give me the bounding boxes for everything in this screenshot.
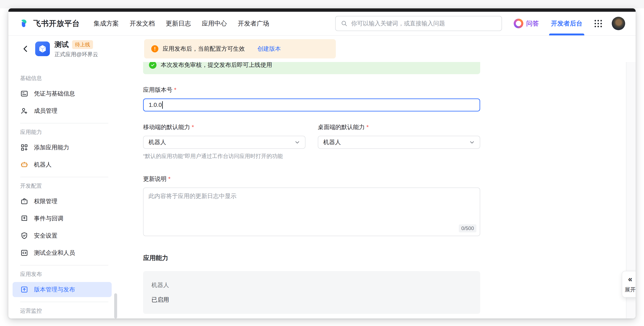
console-label: 开发者后台 (551, 20, 582, 27)
sidebar-section-capabilities: 应用能力 (20, 128, 112, 136)
notice-text: 本次发布免审核，提交发布后即可上线使用 (161, 62, 272, 69)
sidebar-item-events-callbacks[interactable]: 事件与回调 (12, 211, 112, 226)
nav-item-docs[interactable]: 开发文档 (130, 19, 155, 28)
right-panel-rail: « 展开 (626, 62, 636, 318)
version-value: 1.0.0 (149, 102, 162, 108)
sidebar-divider (20, 265, 108, 266)
desktop-capability-label: 桌面端的默认能力* (318, 123, 480, 131)
search-input[interactable] (351, 20, 496, 27)
sidebar-item-security[interactable]: 安全设置 (12, 228, 112, 243)
app-icon (35, 42, 50, 56)
cube-icon (38, 44, 47, 54)
warning-icon: ! (151, 45, 158, 52)
mobile-capability-label: 移动端的默认能力* (143, 123, 306, 131)
global-search[interactable] (335, 16, 502, 31)
sidebar-section-dev-config: 开发配置 (20, 182, 112, 190)
required-mark: * (174, 86, 176, 93)
version-input[interactable]: 1.0.0 (143, 98, 480, 112)
sidebar-section-monitoring: 运营监控 (20, 307, 112, 314)
sidebar-item-credentials[interactable]: 凭证与基础信息 (12, 86, 112, 101)
version-label: 应用版本号* (143, 86, 480, 94)
check-icon (149, 62, 156, 69)
sidebar-section-publish: 应用发布 (20, 270, 112, 278)
feishu-logo-icon (20, 18, 30, 29)
avatar[interactable] (612, 17, 625, 30)
active-tab-indicator (549, 34, 584, 36)
update-note-label: 更新说明* (143, 175, 480, 183)
top-navbar: 飞书开放平台 集成方案 开发文档 更新日志 应用中心 开发者广场 问答 开发者后… (8, 12, 636, 36)
capability-hint: “默认的应用功能”即用户通过工作台访问应用时打开的功能 (143, 152, 480, 160)
back-chevron-icon (21, 45, 30, 53)
create-version-link[interactable]: 创建版本 (257, 45, 281, 53)
app-grid-icon[interactable] (594, 19, 602, 28)
status-badge: 待上线 (72, 40, 93, 49)
back-button[interactable] (21, 44, 30, 54)
app-capability-heading: 应用能力 (143, 254, 480, 262)
nav-item-integration[interactable]: 集成方案 (94, 19, 119, 28)
desktop-capability-value: 机器人 (323, 138, 341, 146)
sidebar-item-bot[interactable]: 机器人 (12, 157, 112, 172)
nav-item-app-center[interactable]: 应用中心 (202, 19, 227, 28)
nav-item-dev-plaza[interactable]: 开发者广场 (238, 19, 269, 28)
sidebar-divider (20, 302, 108, 302)
capability-name: 机器人 (152, 281, 472, 289)
qa-link[interactable]: 问答 (514, 19, 539, 28)
success-notice-banner: 本次发布免审核，提交发布后即可上线使用 (143, 62, 480, 74)
chevron-down-icon (294, 139, 300, 146)
grid-add-icon (20, 143, 28, 152)
desktop-capability-select[interactable]: 机器人 (318, 136, 480, 149)
sidebar-item-add-capability[interactable]: 添加应用能力 (12, 140, 112, 155)
expand-panel-button[interactable]: « 展开 (622, 271, 636, 298)
warning-text: 应用发布后，当前配置方可生效 (162, 45, 245, 53)
sidebar-item-version-publish[interactable]: 版本管理与发布 (12, 282, 112, 297)
app-capability-card: 机器人 已启用 (143, 271, 480, 314)
sidebar-section-basic-info: 基础信息 (20, 74, 112, 82)
user-add-icon (20, 107, 28, 115)
sidebar-item-permissions[interactable]: 权限管理 (12, 194, 112, 209)
app-subtitle: 正式应用@环界云 (54, 51, 98, 58)
search-icon (341, 20, 348, 27)
publish-warning-banner: ! 应用发布后，当前配置方可生效 创建版本 (144, 39, 336, 58)
navbar-right: 问答 开发者后台 (335, 12, 625, 35)
event-callback-icon (20, 214, 28, 223)
logo-text: 飞书开放平台 (33, 18, 80, 29)
developer-console-tab[interactable]: 开发者后台 (550, 12, 584, 35)
chevron-down-icon (469, 139, 475, 146)
briefcase-icon (20, 197, 28, 206)
expand-label: 展开 (622, 286, 636, 293)
main-content: 本次发布免审核，提交发布后即可上线使用 应用版本号* 1.0.0 移动端的默认能… (112, 62, 626, 318)
nav-item-changelog[interactable]: 更新日志 (166, 19, 191, 28)
sidebar: 基础信息 凭证与基础信息 成员管理 应用能力 添加应用能力 (8, 62, 112, 318)
double-chevron-left-icon: « (622, 276, 636, 283)
update-note-textarea[interactable] (144, 188, 480, 236)
robot-icon (20, 160, 28, 169)
window-titlebar (8, 8, 636, 12)
code-box-icon (20, 249, 28, 257)
app-header: 测试 待上线 正式应用@环界云 ! 应用发布后，当前配置方可生效 创建版本 (8, 36, 636, 62)
char-counter: 0/500 (459, 224, 476, 232)
sidebar-divider (20, 177, 108, 177)
sidebar-divider (20, 123, 108, 124)
text-caret (162, 101, 163, 109)
feishu-logo[interactable]: 飞书开放平台 (20, 18, 80, 29)
qa-label: 问答 (526, 19, 539, 28)
app-meta: 测试 待上线 正式应用@环界云 (54, 40, 98, 58)
app-title: 测试 (54, 40, 69, 50)
sidebar-item-members[interactable]: 成员管理 (12, 103, 112, 118)
publish-icon (20, 285, 28, 294)
capability-status: 已启用 (152, 296, 472, 304)
primary-nav: 集成方案 开发文档 更新日志 应用中心 开发者广场 (94, 19, 269, 28)
browser-window: 飞书开放平台 集成方案 开发文档 更新日志 应用中心 开发者广场 问答 开发者后… (8, 8, 636, 318)
qa-ring-icon (514, 19, 523, 28)
id-card-icon (20, 90, 28, 98)
sidebar-item-test-company[interactable]: 测试企业和人员 (12, 245, 112, 260)
mobile-capability-select[interactable]: 机器人 (143, 136, 306, 149)
mobile-capability-value: 机器人 (148, 138, 166, 146)
shield-check-icon (20, 232, 28, 240)
update-note-field: 0/500 (143, 188, 480, 236)
desktop-backdrop (0, 0, 644, 8)
